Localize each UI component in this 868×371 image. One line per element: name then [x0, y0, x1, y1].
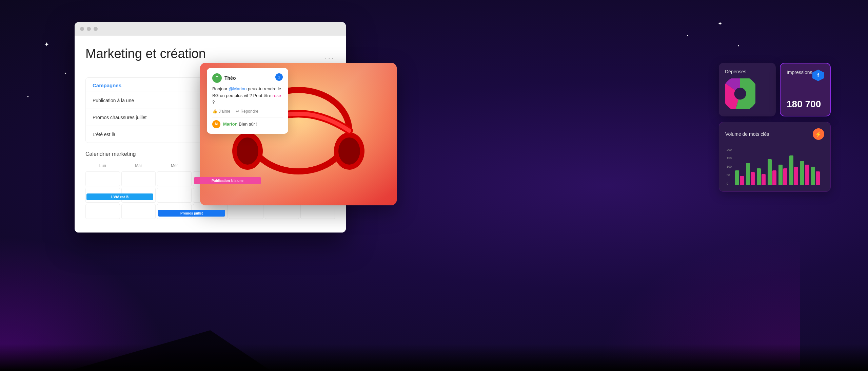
bar-green — [789, 155, 793, 185]
cal-cell — [85, 171, 120, 186]
browser-dot-close — [80, 27, 84, 31]
notification-badge: 1 — [275, 73, 283, 81]
facebook-badge: f — [812, 70, 824, 81]
star-icon: ● — [737, 44, 739, 47]
cal-day-header: Mer — [157, 162, 192, 171]
bar-pink — [783, 168, 787, 185]
chat-actions: 👍 J'aime ↩ Répondre — [212, 109, 283, 114]
star-icon: ● — [64, 71, 66, 75]
speed-badge: ⚡ — [813, 128, 824, 140]
bar-green — [811, 167, 815, 185]
chat-user-row: T Théo — [212, 73, 283, 83]
cal-event: L'été est là — [86, 193, 153, 200]
bar-group — [746, 163, 755, 185]
bar-group — [789, 155, 798, 185]
card-impressions: Impressions f 180 700 — [780, 63, 831, 116]
bar-group — [735, 170, 744, 185]
svg-point-3 — [237, 137, 258, 165]
reply-icon: ↩ — [236, 109, 239, 114]
like-button[interactable]: 👍 J'aime — [212, 109, 230, 114]
bar-pink — [772, 170, 776, 185]
page-title: Marketing et création — [85, 47, 206, 61]
avatar: M — [212, 120, 220, 128]
cal-cell — [85, 204, 120, 219]
reply-label: Répondre — [240, 109, 258, 114]
thumbs-up-icon: 👍 — [212, 109, 217, 114]
bar-chart — [734, 145, 821, 185]
bar-pink — [751, 172, 755, 185]
cal-cell: L'été est là — [85, 188, 120, 203]
cal-day-header: Lun — [85, 162, 120, 171]
browser-titlebar — [75, 22, 346, 36]
bar-green — [800, 161, 804, 185]
y-label: 50 — [727, 173, 732, 177]
chat-message: Bonjour @Marion peux-tu rendre le BG un … — [212, 86, 283, 106]
bar-pink — [762, 174, 766, 185]
stats-top-row: Dépenses Impressions f 180 700 — [719, 63, 831, 116]
svg-point-9 — [734, 88, 746, 99]
chat-reply-username: Marion — [223, 122, 238, 127]
bar-group — [800, 161, 809, 185]
star-icon: ✦ — [718, 20, 722, 27]
cal-day-header: Mar — [121, 162, 156, 171]
bar-pink — [816, 171, 820, 185]
cal-cell — [121, 171, 156, 186]
chat-mention: @Marion — [229, 86, 246, 91]
bar-group — [768, 159, 776, 185]
cal-cell — [121, 204, 156, 219]
bar-green — [746, 163, 750, 185]
y-label: 0 — [727, 182, 732, 185]
browser-dot-maximize — [94, 27, 98, 31]
bar-group — [778, 165, 787, 185]
chat-reply-row: M Marion Bien sûr ! — [212, 117, 283, 128]
star-icon: ● — [687, 34, 688, 37]
cal-cell: Promos juillet — [157, 204, 192, 219]
card-depenses: Dépenses — [719, 63, 776, 116]
like-label: J'aime — [219, 109, 230, 114]
volume-title: Volume de mots clés — [725, 131, 769, 137]
cal-cell — [265, 204, 299, 219]
cal-cell — [300, 204, 335, 219]
y-label: 100 — [727, 165, 732, 168]
chat-username: Théo — [224, 75, 236, 81]
y-label: 150 — [727, 156, 732, 160]
avatar: T — [212, 73, 222, 83]
stats-area: Dépenses Impressions f 180 700 Volume — [719, 63, 831, 192]
speed-icon: ⚡ — [815, 131, 822, 137]
chat-popup: 1 T Théo Bonjour @Marion peux-tu rendre … — [207, 68, 288, 134]
pie-chart — [725, 78, 755, 109]
bar-pink — [805, 165, 809, 185]
cal-cell — [157, 188, 192, 203]
chat-reply-text: Marion Bien sûr ! — [223, 122, 257, 127]
menu-dots[interactable]: ··· — [325, 54, 335, 62]
cal-event: Promos juillet — [158, 210, 225, 217]
chat-color-word: rose — [273, 93, 281, 98]
bar-pink — [794, 167, 798, 185]
cal-cell — [229, 204, 263, 219]
cal-cell — [157, 171, 192, 186]
impressions-value: 180 700 — [787, 99, 824, 110]
card-volume: Volume de mots clés ⚡ 200 150 100 50 0 — [719, 122, 831, 192]
svg-point-5 — [338, 137, 360, 165]
volume-header: Volume de mots clés ⚡ — [725, 128, 824, 140]
bar-green — [757, 168, 761, 185]
bar-group — [811, 167, 820, 185]
star-icon: ✦ — [44, 41, 49, 48]
bar-green — [768, 159, 772, 185]
bar-group — [757, 168, 766, 185]
chat-reply-content: Bien sûr ! — [239, 122, 257, 127]
bar-green — [778, 165, 783, 185]
cal-event: Publication à la une — [194, 177, 261, 184]
bar-green — [735, 170, 739, 185]
depenses-title: Dépenses — [725, 69, 770, 74]
y-label: 200 — [727, 148, 732, 151]
impressions-title: Impressions — [787, 70, 812, 75]
reply-button[interactable]: ↩ Répondre — [236, 109, 258, 114]
browser-dot-minimize — [87, 27, 91, 31]
star-icon: ● — [27, 95, 29, 98]
bar-pink — [740, 176, 744, 185]
